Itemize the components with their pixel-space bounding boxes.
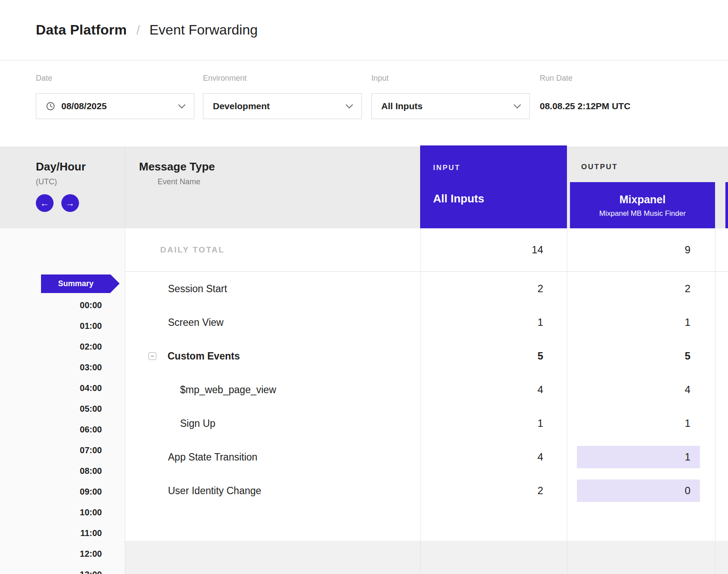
output-column-header: OUTPUT Mixpanel Mixpanel MB Music Finder: [567, 147, 728, 228]
input-filter-label: Input: [371, 74, 530, 83]
clock-icon: [46, 101, 55, 111]
table-row: Sign Up 1 1: [125, 407, 728, 440]
hour-slot[interactable]: 07:00: [0, 440, 125, 460]
page-title: Event Forwarding: [149, 22, 258, 38]
date-value: 08/08/2025: [61, 101, 107, 111]
hour-slot[interactable]: 03:00: [0, 357, 125, 378]
hour-slot[interactable]: 11:00: [0, 523, 125, 543]
summary-row-selector[interactable]: Summary: [41, 274, 111, 293]
date-dropdown[interactable]: 08/08/2025: [36, 93, 194, 119]
filter-bar: Date 08/08/2025 Environment Development …: [0, 61, 728, 147]
time-column: Summary 00:00 01:00 02:00 03:00 04:00 05…: [0, 228, 125, 574]
event-name-label: $mp_web_page_view: [180, 384, 276, 396]
breadcrumb-bar: Data Platform / Event Forwarding: [0, 0, 728, 60]
input-dropdown[interactable]: All Inputs: [371, 93, 530, 119]
column-divider: [715, 228, 715, 574]
highlighted-output-count[interactable]: 0: [577, 479, 700, 502]
input-count-cell: 4: [420, 451, 567, 463]
day-hour-subtitle: (UTC): [36, 177, 125, 186]
breadcrumb-parent-link[interactable]: Data Platform: [36, 22, 127, 38]
hour-slot[interactable]: 10:00: [0, 502, 125, 523]
input-column-label: INPUT: [433, 164, 567, 172]
event-forwarding-page: Data Platform / Event Forwarding Date 08…: [0, 0, 728, 574]
environment-filter-group: Environment Development: [203, 74, 362, 119]
environment-value: Development: [213, 101, 270, 111]
collapse-toggle-icon[interactable]: −: [149, 352, 156, 360]
hour-slot[interactable]: 04:00: [0, 378, 125, 398]
output-destination-subtitle: Mixpanel MB Music Finder: [599, 209, 686, 218]
event-name-cell: Sign Up: [125, 418, 420, 429]
chevron-down-icon: [514, 101, 521, 109]
breadcrumb: Data Platform / Event Forwarding: [36, 22, 258, 38]
event-name-cell: User Identity Change: [125, 485, 420, 497]
table-row: Screen View 1 1: [125, 306, 728, 339]
table-body: DAILY TOTAL 14 9 Session Start 2 2 Scree…: [125, 228, 728, 574]
output-destination-name: Mixpanel: [620, 193, 666, 206]
daily-total-label: DAILY TOTAL: [125, 245, 420, 255]
hour-slot[interactable]: 09:00: [0, 481, 125, 502]
message-type-title: Message Type: [139, 160, 420, 173]
hour-slot[interactable]: 01:00: [0, 315, 125, 336]
input-count-cell: 1: [420, 316, 567, 328]
event-name-label: Sign Up: [180, 418, 215, 429]
previous-day-button[interactable]: ←: [36, 194, 54, 212]
input-count-cell: 4: [420, 384, 567, 396]
input-column-header[interactable]: INPUT All Inputs: [420, 145, 567, 229]
hour-list: 00:00 01:00 02:00 03:00 04:00 05:00 06:0…: [0, 295, 125, 574]
chevron-down-icon: [346, 101, 353, 109]
daily-total-row: DAILY TOTAL 14 9: [125, 228, 728, 272]
daily-total-output-cell: 9: [567, 244, 715, 256]
environment-filter-label: Environment: [203, 74, 362, 83]
table-row: User Identity Change 2 0: [125, 474, 728, 508]
hour-slot[interactable]: 12:00: [0, 543, 125, 564]
event-name-cell: Session Start: [125, 283, 420, 295]
input-value: All Inputs: [381, 101, 423, 111]
hour-slot[interactable]: 02:00: [0, 336, 125, 357]
run-date-group: Run Date 08.08.25 2:12PM UTC: [540, 74, 630, 119]
day-hour-title: Day/Hour: [36, 160, 125, 173]
table-row: − Custom Events 5 5: [125, 339, 728, 373]
input-count-cell: 2: [420, 283, 567, 295]
environment-dropdown[interactable]: Development: [203, 93, 362, 119]
event-name-cell: − Custom Events: [125, 350, 420, 362]
output-column-label: OUTPUT: [581, 163, 618, 171]
day-hour-header: Day/Hour (UTC) ← →: [0, 147, 125, 228]
input-count-cell: 1: [420, 417, 567, 429]
input-column-value: All Inputs: [433, 192, 567, 205]
hour-slot[interactable]: 00:00: [0, 295, 125, 315]
table-footer-strip: [125, 541, 728, 574]
chevron-down-icon: [178, 101, 186, 109]
next-day-button[interactable]: →: [61, 194, 79, 212]
event-name-label: Screen View: [168, 317, 224, 328]
event-name-cell: Screen View: [125, 317, 420, 328]
highlighted-output-count[interactable]: 1: [577, 446, 700, 468]
table-row: App State Transition 4 1: [125, 440, 728, 474]
table-row: Session Start 2 2: [125, 272, 728, 306]
hour-slot[interactable]: 13:00: [0, 564, 125, 574]
event-name-label: User Identity Change: [168, 485, 261, 497]
output-destination-header[interactable]: Mixpanel Mixpanel MB Music Finder: [570, 182, 715, 229]
input-count-cell: 5: [420, 350, 567, 362]
input-count-cell: 2: [420, 485, 567, 497]
message-type-header: Message Type Event Name: [125, 147, 420, 228]
date-filter-group: Date 08/08/2025: [36, 74, 194, 119]
arrow-right-icon: →: [66, 199, 75, 208]
output-count-cell: 1: [567, 446, 715, 468]
arrow-left-icon: ←: [40, 199, 49, 208]
event-name-label: Custom Events: [168, 350, 240, 362]
event-rows: Session Start 2 2 Screen View 1 1 − Cust…: [125, 272, 728, 508]
hour-slot[interactable]: 08:00: [0, 460, 125, 481]
output-count-cell: 4: [567, 384, 715, 396]
output-count-cell: 0: [567, 479, 715, 502]
table-row: $mp_web_page_view 4 4: [125, 373, 728, 407]
message-type-subtitle: Event Name: [139, 177, 420, 186]
event-name-cell: App State Transition: [125, 451, 420, 463]
hour-slot[interactable]: 06:00: [0, 419, 125, 440]
column-divider: [567, 228, 567, 574]
date-filter-label: Date: [36, 74, 194, 83]
run-date-value: 08.08.25 2:12PM UTC: [540, 93, 630, 119]
hour-slot[interactable]: 05:00: [0, 398, 125, 419]
output-count-cell: 1: [567, 417, 715, 429]
table-header: Day/Hour (UTC) ← → Message Type Event Na…: [0, 147, 728, 228]
column-divider: [420, 228, 421, 574]
